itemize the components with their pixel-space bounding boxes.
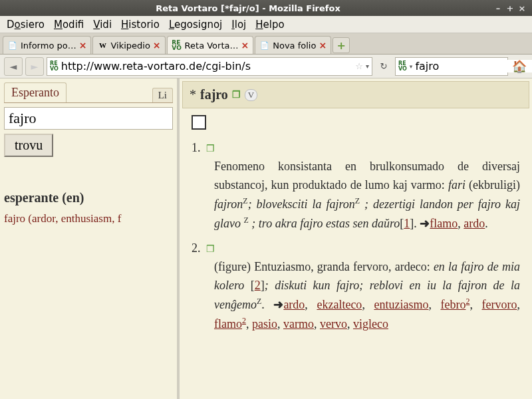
result-translation: (ardor, enthusiasm, f xyxy=(25,212,121,225)
dictionary-search-input[interactable] xyxy=(4,107,173,130)
leaf-icon[interactable]: ❒ xyxy=(206,244,215,254)
v-badge[interactable]: V xyxy=(245,89,257,101)
ref-sup[interactable]: 2 xyxy=(466,297,469,306)
link-ardo[interactable]: ardo xyxy=(464,217,485,230)
menu-vidi[interactable]: Vidi xyxy=(93,19,112,31)
def-number: 2. xyxy=(192,239,206,258)
search-result-row[interactable]: fajro (ardor, enthusiasm, f xyxy=(4,212,173,225)
tab-bar: 📄 Informo po… × W Vikipedio × REVO Reta … xyxy=(0,33,532,55)
source-z[interactable]: Z xyxy=(243,196,247,205)
close-window-button[interactable]: × xyxy=(516,3,528,13)
headword-text: fajro xyxy=(200,87,228,102)
source-z[interactable]: Z xyxy=(355,196,360,205)
ref-link[interactable]: 1 xyxy=(404,217,410,230)
wikipedia-icon: W xyxy=(97,40,108,51)
link-flamo[interactable]: flamo xyxy=(430,217,458,230)
forward-button[interactable]: ► xyxy=(25,57,44,76)
leaf-icon[interactable]: ❒ xyxy=(206,144,215,154)
url-bar[interactable]: REVO ☆ ▾ xyxy=(47,57,372,76)
window-title: Reta Vortaro [*fajr/o] - Mozilla Firefox xyxy=(4,3,492,13)
results-heading: esperante (en) xyxy=(4,190,173,205)
search-engine-icon[interactable]: REVO xyxy=(398,61,407,72)
menu-helpo[interactable]: Helpo xyxy=(255,19,284,31)
revo-icon: REVO xyxy=(172,40,182,51)
dropdown-icon[interactable]: ▾ xyxy=(366,63,369,70)
new-tab-button[interactable]: + xyxy=(332,37,350,53)
tab-lingvoj[interactable]: Li xyxy=(152,88,173,102)
menu-iloj[interactable]: Iloj xyxy=(231,19,246,31)
source-z[interactable]: Z xyxy=(244,215,249,225)
link-fervoro[interactable]: fervoro xyxy=(482,298,517,311)
tab-reta-vortaro[interactable]: REVO Reta Vorta… × xyxy=(167,36,254,54)
close-icon[interactable]: × xyxy=(153,40,161,51)
back-button[interactable]: ◄ xyxy=(4,57,23,76)
bookmark-star-icon[interactable]: ☆ xyxy=(355,61,363,71)
page-icon: 📄 xyxy=(259,40,270,51)
ref-link[interactable]: 2 xyxy=(255,279,261,292)
leaf-icon[interactable]: ❒ xyxy=(232,89,241,100)
definition-2: 2.❒ (figure) Entuziasmo, granda fervoro,… xyxy=(192,239,520,333)
site-favicon: REVO xyxy=(50,61,59,72)
link-flamo[interactable]: flamo xyxy=(214,317,242,331)
definition-1: 1.❒ Fenomeno konsistanta en brulkonsumad… xyxy=(192,139,520,233)
close-icon[interactable]: × xyxy=(241,40,249,51)
def-number: 1. xyxy=(192,139,206,158)
source-z[interactable]: Z xyxy=(257,297,261,306)
link-varmo[interactable]: varmo xyxy=(283,317,314,331)
menu-legosignoj[interactable]: Legosignoj xyxy=(169,19,222,31)
page-content: Esperanto Li trovu esperante (en) fajro … xyxy=(0,78,532,399)
close-icon[interactable]: × xyxy=(319,40,327,51)
link-vervo[interactable]: vervo xyxy=(320,317,347,331)
definition-pane: * fajro ❒ V 1.❒ Fenomeno konsistanta en … xyxy=(180,78,532,399)
ref-sup[interactable]: 2 xyxy=(242,316,246,325)
reload-button[interactable]: ↻ xyxy=(375,61,392,71)
search-bar[interactable]: REVO ▾ 🔍 xyxy=(395,57,508,76)
headword-bar: * fajro ❒ V xyxy=(182,81,529,108)
tab-label: Vikipedio xyxy=(110,41,150,51)
minimize-button[interactable]: – xyxy=(492,3,504,13)
link-febro[interactable]: febro xyxy=(440,298,466,311)
maximize-button[interactable]: + xyxy=(504,3,516,13)
tab-vikipedio[interactable]: W Vikipedio × xyxy=(92,36,165,54)
tab-label: Informo po… xyxy=(21,41,76,51)
link-ardo[interactable]: ardo xyxy=(283,298,305,311)
dropdown-icon[interactable]: ▾ xyxy=(410,63,413,70)
navigation-toolbar: ◄ ► REVO ☆ ▾ ↻ REVO ▾ 🔍 🏠 xyxy=(0,55,532,78)
tab-esperanto[interactable]: Esperanto xyxy=(4,82,66,102)
link-entuziasmo[interactable]: entuziasmo xyxy=(374,298,428,311)
page-icon: 📄 xyxy=(7,40,18,51)
tab-informo[interactable]: 📄 Informo po… × xyxy=(3,36,91,54)
arrow-icon: ➜ xyxy=(420,217,430,230)
left-search-pane: Esperanto Li trovu esperante (en) fajro … xyxy=(0,78,180,399)
expand-checkbox[interactable] xyxy=(192,115,206,130)
menu-bar: Dosiero Modifi Vidi Historio Legosignoj … xyxy=(0,16,532,33)
url-input[interactable] xyxy=(61,60,352,72)
tab-label: Reta Vorta… xyxy=(185,41,239,51)
definitions: 1.❒ Fenomeno konsistanta en brulkonsumad… xyxy=(180,136,532,352)
result-word: fajro xyxy=(4,212,25,225)
link-ekzalteco[interactable]: ekzalteco xyxy=(317,298,362,311)
link-pasio[interactable]: pasio xyxy=(252,317,277,331)
menu-modifi[interactable]: Modifi xyxy=(54,19,84,31)
left-tabs: Esperanto Li xyxy=(4,82,173,103)
tab-label: Nova folio xyxy=(273,41,316,51)
window-titlebar: Reta Vortaro [*fajr/o] - Mozilla Firefox… xyxy=(0,0,532,16)
link-vigleco[interactable]: vigleco xyxy=(353,317,388,331)
trovu-button[interactable]: trovu xyxy=(4,134,53,157)
tab-nova-folio[interactable]: 📄 Nova folio × xyxy=(255,36,331,54)
menu-dosiero[interactable]: Dosiero xyxy=(7,19,45,31)
arrow-icon: ➜ xyxy=(273,298,283,311)
def-body: Fenomeno konsistanta en brulkonsumado de… xyxy=(214,158,520,233)
asterisk-marker: * xyxy=(190,87,196,102)
home-button[interactable]: 🏠 xyxy=(511,59,528,73)
def-body: (figure) Entuziasmo, granda fervoro, ard… xyxy=(214,258,520,334)
close-icon[interactable]: × xyxy=(79,40,87,51)
menu-historio[interactable]: Historio xyxy=(121,19,160,31)
